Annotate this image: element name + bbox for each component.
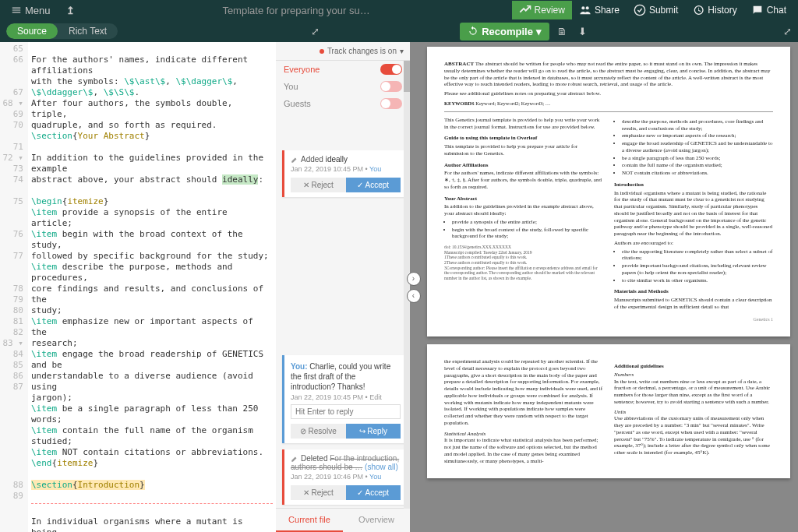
change-deleted-card: Deleted For the introduction, authors sh…	[282, 449, 407, 505]
toggle-everyone: Everyone	[276, 61, 410, 78]
tab-current-file[interactable]: Current file	[276, 509, 343, 532]
tab-source[interactable]: Source	[6, 23, 58, 39]
recompile-button[interactable]: Recompile ▾	[460, 23, 549, 41]
pencil-icon	[291, 156, 298, 164]
pdf-pane[interactable]: ABSTRACT The abstract should be written …	[419, 42, 798, 532]
editor-tab-group: Source Rich Text	[6, 23, 118, 39]
toggle-you-switch[interactable]	[380, 81, 402, 92]
reply-button[interactable]: ↪ Reply	[346, 424, 401, 439]
line-gutter: 6566 6768 ▾6970 7172 ▾7374 75 76 77 7879…	[0, 42, 28, 532]
pdf-page-1: ABSTRACT The abstract should be written …	[427, 47, 790, 336]
toggle-guests-switch[interactable]	[380, 98, 402, 109]
logs-icon[interactable]: 🗎	[554, 24, 570, 39]
show-all-link[interactable]: (show all)	[365, 463, 398, 471]
up-button[interactable]: ↥	[60, 2, 81, 19]
review-pane: Track changes is on ▾ Everyone You Guest…	[276, 42, 410, 532]
submit-icon	[634, 4, 646, 16]
pdf-page-2: the experimental analysis could be repea…	[427, 344, 790, 478]
pane-divider[interactable]: › ‹	[410, 42, 419, 532]
menu-icon	[11, 5, 22, 16]
reply-input[interactable]	[291, 404, 401, 419]
reject-button[interactable]: ✕ Reject	[291, 178, 346, 192]
menu-button[interactable]: Menu	[5, 2, 57, 19]
chevron-down-icon: ▾	[400, 47, 404, 55]
download-icon[interactable]: ⬇	[575, 24, 590, 39]
pdf-expand-icon[interactable]: ⤢	[783, 26, 792, 37]
tab-overview[interactable]: Overview	[343, 509, 410, 532]
share-icon	[579, 4, 591, 16]
track-changes-header[interactable]: Track changes is on ▾	[276, 42, 410, 61]
svg-point-0	[581, 6, 584, 9]
comment-card: You: Charlie, could you write the first …	[282, 355, 407, 443]
share-button[interactable]: Share	[572, 1, 627, 19]
toggle-everyone-switch[interactable]	[380, 64, 402, 75]
project-title: Template for preparing your su…	[81, 5, 512, 16]
collapse-right-icon[interactable]: ›	[407, 272, 421, 286]
svg-point-2	[634, 5, 644, 15]
tab-richtext[interactable]: Rich Text	[58, 23, 118, 39]
history-button[interactable]: History	[685, 1, 743, 19]
chevron-down-icon: ▾	[536, 26, 542, 37]
review-button[interactable]: Review	[512, 1, 572, 19]
review-scrollbar[interactable]	[404, 61, 410, 509]
collapse-left-icon[interactable]: ‹	[407, 289, 421, 303]
svg-point-1	[586, 6, 589, 9]
accept-button[interactable]: ✓ Accept	[346, 485, 401, 500]
accept-button[interactable]: ✓ Accept	[346, 178, 401, 192]
chat-icon	[751, 4, 764, 16]
recompile-icon	[468, 26, 478, 37]
editor-pane: 6566 6768 ▾6970 7172 ▾7374 75 76 77 7879…	[0, 42, 276, 532]
editor-expand-icon[interactable]: ⤢	[311, 26, 320, 37]
toggle-guests: Guests	[276, 95, 410, 112]
code-area[interactable]: For the authors' names, indicate differe…	[28, 42, 276, 532]
reject-button[interactable]: ✕ Reject	[291, 485, 346, 500]
pencil-icon	[291, 455, 298, 463]
history-icon	[692, 4, 704, 16]
toggle-you: You	[276, 78, 410, 95]
submit-button[interactable]: Submit	[627, 1, 685, 19]
change-added-card: Added ideally Jan 22, 2019 10:45 PM • Yo…	[282, 150, 407, 197]
track-dot-icon	[320, 49, 324, 54]
chat-button[interactable]: Chat	[744, 1, 793, 19]
edit-link[interactable]: Edit	[369, 393, 382, 401]
menu-label: Menu	[25, 5, 51, 16]
resolve-button[interactable]: ⊘ Resolve	[291, 424, 346, 439]
review-icon	[519, 4, 531, 16]
